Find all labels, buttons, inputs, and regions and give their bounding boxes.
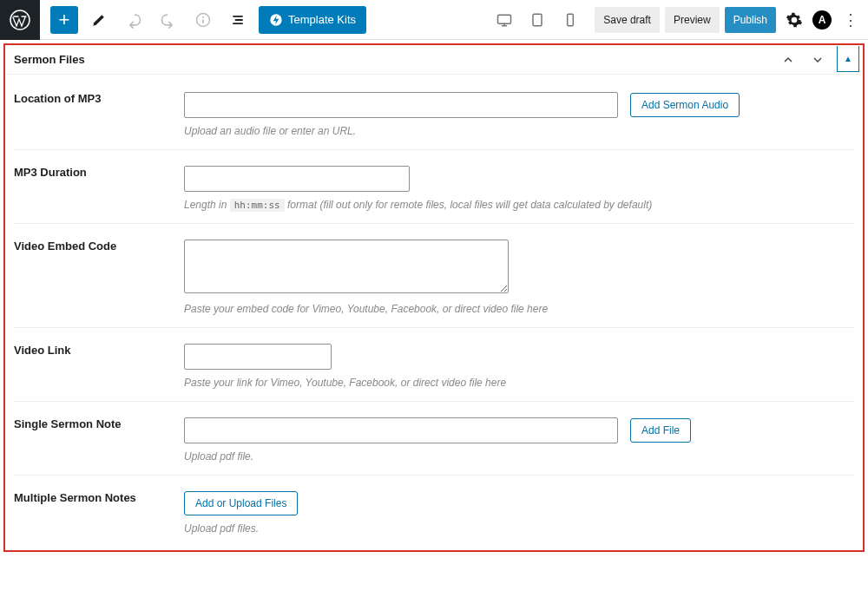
save-draft-button[interactable]: Save draft [595,7,660,33]
svg-rect-7 [568,14,574,25]
outline-button[interactable] [224,6,252,34]
field-single-note: Single Sermon Note Add File Upload pdf f… [14,402,854,476]
editor-body: Sermon Files ▲ Location of MP3 [0,40,868,555]
redo-button[interactable] [155,6,182,34]
toolbar-right: Save draft Preview Publish A ⋮ [490,6,863,34]
toolbar-left: + Template Kits [40,6,366,34]
duration-format-code: hh:mm:ss [230,199,285,212]
video-link-input[interactable] [184,344,332,370]
svg-rect-6 [533,14,542,25]
video-embed-help: Paste your embed code for Vimeo, Youtube… [184,303,854,315]
wordpress-logo[interactable] [0,0,40,40]
preview-button[interactable]: Preview [665,7,720,33]
multiple-notes-help: Upload pdf files. [184,522,854,535]
mp3-duration-input[interactable] [184,166,410,192]
metabox-title: Sermon Files [14,53,85,66]
video-link-help: Paste your link for Vimeo, Youtube, Face… [184,377,854,389]
tablet-icon [529,11,546,29]
svg-rect-5 [498,15,511,23]
mp3-duration-label: MP3 Duration [14,166,184,211]
metabox-header: Sermon Files ▲ [5,45,863,75]
svg-rect-3 [202,19,204,23]
sermon-files-metabox: Sermon Files ▲ Location of MP3 [5,45,863,550]
video-link-label: Video Link [14,344,184,389]
tablet-preview-button[interactable] [523,6,551,34]
video-embed-textarea[interactable] [184,240,509,293]
svg-point-2 [202,16,204,17]
add-file-button[interactable]: Add File [630,418,691,443]
chevron-down-icon [811,53,825,67]
info-button[interactable] [189,6,217,34]
edit-mode-button[interactable] [85,6,113,34]
more-options-button[interactable]: ⋮ [837,7,863,33]
pencil-icon [90,11,108,29]
responsive-preview [490,6,584,34]
theme-badge[interactable]: A [812,10,832,30]
plus-icon: + [59,9,70,31]
single-note-label: Single Sermon Note [14,417,184,463]
gear-icon [786,11,803,29]
mp3-location-help: Upload an audio file or enter an URL. [184,125,854,137]
astra-icon: A [819,14,826,26]
mp3-location-input[interactable] [184,92,618,118]
sermon-files-metabox-highlight: Sermon Files ▲ Location of MP3 [3,43,865,552]
desktop-icon [496,11,513,29]
undo-button[interactable] [120,6,148,34]
metabox-controls: ▲ [778,48,863,72]
field-video-link: Video Link Paste your link for Vimeo, Yo… [14,328,854,402]
settings-button[interactable] [781,7,807,33]
field-mp3-duration: MP3 Duration Length in hh:mm:ss format (… [14,150,854,224]
info-icon [194,11,212,29]
move-up-button[interactable] [778,49,799,70]
field-mp3-location: Location of MP3 Add Sermon Audio Upload … [14,76,854,150]
editor-top-bar: + Template Kits [0,0,868,40]
list-icon [229,11,247,29]
field-multiple-notes: Multiple Sermon Notes Add or Upload File… [14,476,854,547]
multiple-notes-label: Multiple Sermon Notes [14,491,184,535]
wordpress-icon [10,10,30,30]
field-video-embed: Video Embed Code Paste your embed code f… [14,224,854,328]
mobile-icon [562,11,579,29]
add-block-button[interactable]: + [50,6,78,34]
bolt-icon [269,13,283,27]
mobile-preview-button[interactable] [556,6,584,34]
dots-vertical-icon: ⋮ [843,10,858,30]
video-embed-label: Video Embed Code [14,240,184,315]
single-note-help: Upload pdf file. [184,450,854,463]
add-upload-files-button[interactable]: Add or Upload Files [184,491,298,515]
mp3-location-label: Location of MP3 [14,92,184,137]
undo-icon [125,11,142,29]
redo-icon [160,11,177,29]
desktop-preview-button[interactable] [490,6,518,34]
template-kits-button[interactable]: Template Kits [259,6,366,34]
metabox-fields: Location of MP3 Add Sermon Audio Upload … [5,75,863,550]
chevron-up-icon [781,53,795,67]
single-note-input[interactable] [184,417,618,443]
collapse-toggle[interactable]: ▲ [837,46,859,72]
template-kits-label: Template Kits [288,13,356,26]
publish-button[interactable]: Publish [725,7,776,33]
add-sermon-audio-button[interactable]: Add Sermon Audio [630,93,740,117]
move-down-button[interactable] [807,49,828,70]
mp3-duration-help: Length in hh:mm:ss format (fill out only… [184,199,854,211]
